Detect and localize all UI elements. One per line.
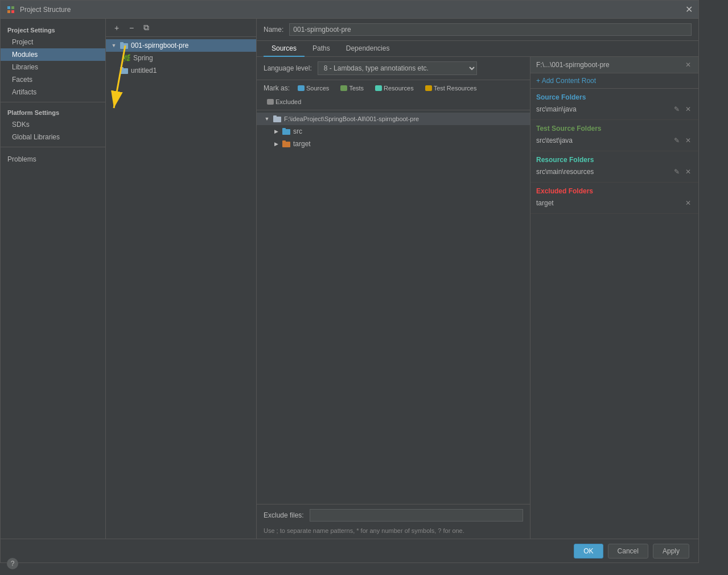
sidebar-item-artifacts[interactable]: Artifacts	[1, 86, 105, 98]
tree-label-001: 001-spirngboot-pre	[131, 42, 188, 49]
lang-level-select[interactable]: 8 - Lambdas, type annotations etc. 7 - D…	[318, 61, 477, 75]
root-arrow: ▼	[264, 115, 270, 122]
module-icon-001	[120, 41, 129, 50]
project-settings-header: Project Settings	[1, 23, 105, 36]
resource-folders-section: Resource Folders src\main\resources ✎ ✕	[530, 151, 698, 183]
help-icon[interactable]: ?	[7, 558, 18, 569]
content-panel: Name: Sources Paths Dependencies	[257, 19, 698, 539]
mark-tests-button[interactable]: Tests	[337, 84, 367, 93]
mark-sources-button[interactable]: Sources	[294, 84, 332, 93]
resource-folder-entry-0: src\main\resources ✎ ✕	[536, 166, 693, 177]
bottom-bar: OK Cancel Apply	[1, 539, 698, 562]
target-arrow: ▶	[273, 140, 279, 147]
dialog-title: Project Structure	[20, 6, 71, 14]
test-source-folder-path-0: src\test\java	[536, 136, 573, 144]
target-folder-label: target	[293, 140, 311, 148]
svg-rect-1	[11, 6, 14, 9]
close-button[interactable]: ✕	[685, 5, 693, 14]
project-structure-dialog: Project Structure ✕ Project Settings Pro…	[0, 0, 699, 563]
source-folder-entry-0: src\main\java ✎ ✕	[536, 104, 693, 115]
exclude-bar: Exclude files:	[257, 504, 530, 526]
tab-dependencies[interactable]: Dependencies	[338, 41, 398, 57]
folder-tree-target[interactable]: ▶ target	[257, 138, 530, 150]
sources-color-icon	[298, 85, 305, 91]
tree-item-untitled1[interactable]: ▶ untitled1	[106, 64, 256, 77]
sidebar-item-global-libraries[interactable]: Global Libraries	[1, 131, 105, 143]
resource-folder-actions-0: ✎ ✕	[672, 167, 693, 176]
platform-settings-header: Platform Settings	[1, 106, 105, 118]
sidebar-item-project[interactable]: Project	[1, 36, 105, 48]
src-arrow: ▶	[273, 128, 279, 135]
mark-test-resources-button[interactable]: Test Resources	[422, 84, 480, 93]
sidebar-item-sdks[interactable]: SDKs	[1, 118, 105, 131]
excluded-folder-path-0: target	[536, 199, 554, 207]
target-folder-icon	[282, 139, 291, 148]
sources-panel: Language level: 8 - Lambdas, type annota…	[257, 57, 698, 539]
content-root-close-button[interactable]: ✕	[684, 60, 693, 69]
folder-tree-src[interactable]: ▶ src	[257, 125, 530, 138]
exclude-hint: Use ; to separate name patterns, * for a…	[257, 526, 530, 539]
mark-as-bar: Mark as: Sources Tests Resources	[257, 80, 530, 110]
svg-rect-0	[7, 6, 10, 9]
tree-arrow-001: ▼	[110, 42, 117, 49]
copy-module-button[interactable]: ⧉	[140, 22, 153, 34]
tree-item-001-spirngboot-pre[interactable]: ▼ 001-spirngboot-pre	[106, 39, 256, 52]
folder-tree: ▼ F:\ideaProject\SpringBoot-All\001-spir…	[257, 110, 530, 504]
test-source-folders-title: Test Source Folders	[536, 125, 693, 133]
cancel-button[interactable]: Cancel	[608, 544, 648, 559]
excluded-folder-actions-0: ✕	[684, 198, 693, 208]
test-source-folder-entry-0: src\test\java ✎ ✕	[536, 135, 693, 146]
module-icon-untitled1	[120, 66, 129, 75]
root-folder-label: F:\ideaProject\SpringBoot-All\001-spirng…	[284, 115, 419, 122]
remove-module-button[interactable]: −	[125, 22, 138, 34]
name-input[interactable]	[289, 23, 692, 36]
resource-folders-title: Resource Folders	[536, 156, 693, 164]
apply-button[interactable]: Apply	[653, 544, 689, 559]
content-root-title: F:\...\001-spirngboot-pre	[536, 61, 610, 69]
tree-item-spring[interactable]: 🌿 Spring	[106, 52, 256, 64]
svg-rect-5	[120, 42, 124, 44]
ok-button[interactable]: OK	[574, 544, 603, 559]
excluded-folder-remove-0[interactable]: ✕	[684, 198, 693, 208]
dialog-icon	[6, 5, 15, 14]
name-bar: Name:	[257, 19, 698, 41]
excluded-folders-section: Excluded Folders target ✕	[530, 183, 698, 214]
source-folder-path-0: src\main\java	[536, 105, 577, 113]
sidebar-item-problems[interactable]: Problems	[1, 151, 105, 168]
svg-rect-7	[120, 67, 124, 69]
sources-right: F:\...\001-spirngboot-pre ✕ + Add Conten…	[530, 57, 698, 539]
sources-right-header: F:\...\001-spirngboot-pre ✕	[530, 57, 698, 73]
svg-rect-3	[11, 10, 14, 13]
test-source-folder-remove-0[interactable]: ✕	[684, 136, 693, 145]
tabs-bar: Sources Paths Dependencies	[257, 41, 698, 57]
source-folder-edit-0[interactable]: ✎	[672, 105, 681, 114]
sidebar-divider-2	[1, 147, 105, 147]
add-content-root-button[interactable]: + Add Content Root	[530, 73, 698, 89]
resource-folder-remove-0[interactable]: ✕	[684, 167, 693, 176]
lang-level-bar: Language level: 8 - Lambdas, type annota…	[257, 57, 530, 80]
test-source-folder-actions-0: ✎ ✕	[672, 136, 693, 145]
test-source-folders-section: Test Source Folders src\test\java ✎ ✕	[530, 120, 698, 151]
resources-color-icon	[375, 85, 382, 91]
sidebar-item-facets[interactable]: Facets	[1, 73, 105, 86]
tab-sources[interactable]: Sources	[264, 41, 305, 57]
mark-resources-button[interactable]: Resources	[372, 84, 417, 93]
exclude-files-input[interactable]	[310, 509, 523, 522]
excluded-folders-title: Excluded Folders	[536, 187, 693, 195]
svg-rect-13	[282, 140, 286, 143]
source-folder-remove-0[interactable]: ✕	[684, 105, 693, 114]
add-module-button[interactable]: +	[110, 22, 123, 34]
sidebar-item-modules[interactable]: Modules	[1, 48, 105, 61]
spring-icon: 🌿	[122, 53, 131, 63]
mark-as-label: Mark as:	[264, 84, 290, 92]
folder-tree-root[interactable]: ▼ F:\ideaProject\SpringBoot-All\001-spir…	[257, 113, 530, 125]
source-folder-actions-0: ✎ ✕	[672, 105, 693, 114]
mark-excluded-button[interactable]: Excluded	[264, 97, 305, 106]
tab-paths[interactable]: Paths	[305, 41, 338, 57]
source-folders-section: Source Folders src\main\java ✎ ✕	[530, 89, 698, 120]
sidebar-item-libraries[interactable]: Libraries	[1, 61, 105, 73]
sidebar: Project Settings Project Modules Librari…	[1, 19, 106, 539]
resource-folder-edit-0[interactable]: ✎	[672, 167, 681, 176]
test-source-folder-edit-0[interactable]: ✎	[672, 136, 681, 145]
excluded-color-icon	[267, 99, 274, 105]
